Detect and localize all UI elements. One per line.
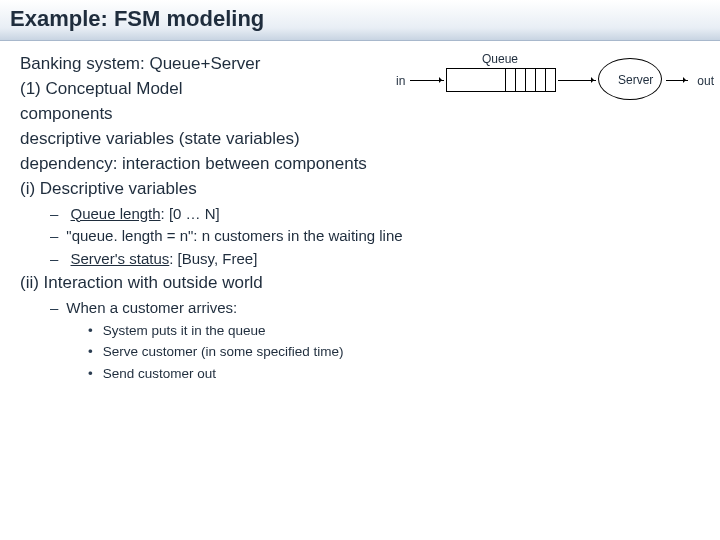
- text: : [0 … N]: [161, 205, 220, 222]
- bullet: Server's status: [Busy, Free]: [50, 248, 720, 271]
- text: : [Busy, Free]: [169, 250, 257, 267]
- sub-bullet: Send customer out: [88, 363, 720, 385]
- bullet: When a customer arrives:: [50, 297, 720, 320]
- diagram-label-in: in: [396, 74, 405, 88]
- queue-box: [446, 68, 556, 92]
- bullet: Queue length: [0 … N]: [50, 203, 720, 226]
- arrow-icon: [558, 80, 596, 81]
- slide-title: Example: FSM modeling: [0, 0, 720, 41]
- arrow-icon: [410, 80, 444, 81]
- text-line: (i) Descriptive variables: [20, 178, 720, 201]
- underlined-text: Queue length: [71, 205, 161, 222]
- text-line: (ii) Interaction with outside world: [20, 272, 720, 295]
- text-line: dependency: interaction between componen…: [20, 153, 720, 176]
- diagram-label-server: Server: [618, 73, 653, 87]
- text-line: descriptive variables (state variables): [20, 128, 720, 151]
- queue-server-diagram: in Queue Server out: [398, 48, 708, 112]
- diagram-label-queue: Queue: [482, 52, 518, 66]
- arrow-icon: [666, 80, 688, 81]
- diagram-label-out: out: [697, 74, 714, 88]
- underlined-text: Server's status: [71, 250, 170, 267]
- sub-bullet: System puts it in the queue: [88, 320, 720, 342]
- sub-bullet: Serve customer (in some specified time): [88, 341, 720, 363]
- bullet: "queue. length = n": n customers in the …: [50, 225, 720, 248]
